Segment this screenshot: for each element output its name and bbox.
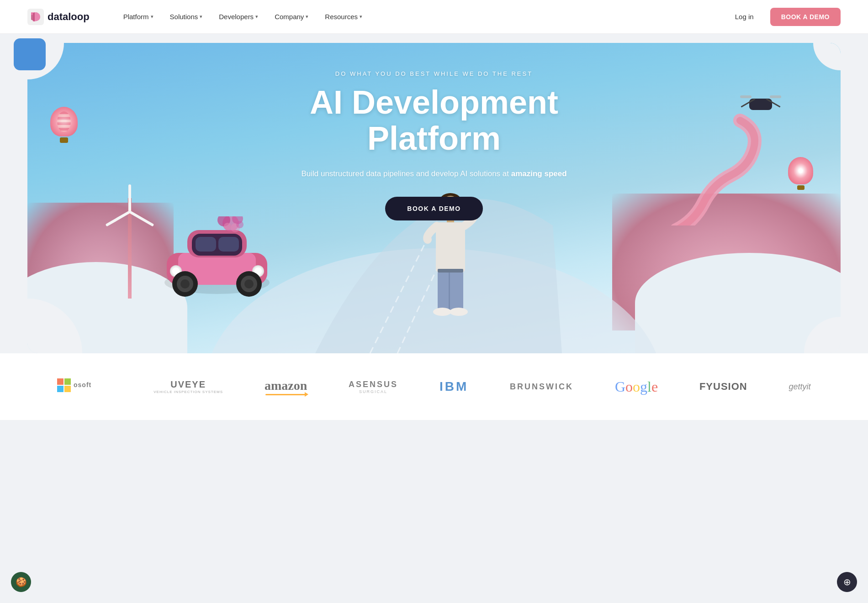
- svg-point-16: [180, 279, 190, 288]
- nav-label-company: Company: [275, 13, 304, 21]
- nav-links: Platform ▾ Solutions ▾ Developers ▾ Comp…: [117, 9, 728, 24]
- nav-item-resources[interactable]: Resources ▾: [318, 9, 369, 24]
- balloon-body-right: [788, 157, 813, 184]
- svg-rect-37: [57, 386, 64, 392]
- svg-point-32: [433, 308, 451, 316]
- nav-actions: Log in BOOK A DEMO: [728, 8, 841, 26]
- svg-text:osoft: osoft: [74, 381, 91, 388]
- accessibility-button[interactable]: ⊕: [837, 572, 857, 592]
- chevron-down-icon: ▾: [360, 14, 362, 20]
- hero-cta-button[interactable]: BOOK A DEMO: [385, 197, 482, 220]
- svg-rect-31: [449, 271, 450, 312]
- turbine-blade: [128, 184, 131, 212]
- turbine-blade: [129, 210, 154, 226]
- svg-point-19: [244, 279, 254, 288]
- hero-subtitle: DO WHAT YOU DO BEST WHILE WE DO THE REST: [251, 70, 617, 77]
- chevron-down-icon: ▾: [200, 14, 202, 20]
- wind-turbine: [128, 198, 132, 299]
- brand-brunswick: BRUNSWICK: [510, 382, 573, 392]
- nav-item-solutions[interactable]: Solutions ▾: [164, 9, 209, 24]
- balloon-right: [788, 157, 813, 191]
- balloon-body-left: [50, 107, 78, 136]
- turbine-blade: [106, 210, 131, 226]
- balloon-left: [50, 107, 78, 143]
- hero-desc-bold: amazing speed: [511, 169, 567, 178]
- svg-rect-34: [438, 269, 463, 273]
- chevron-down-icon: ▾: [255, 14, 258, 20]
- turbine-blades: [107, 184, 153, 230]
- brand-label-gettyimages: gettyit: [789, 382, 811, 392]
- chevron-down-icon: ▾: [151, 14, 153, 20]
- car-svg: [160, 216, 274, 299]
- brand-uveye: UVEYE VEHICLE INSPECTION SYSTEMS: [153, 379, 223, 394]
- brand-asensus: ASENSUS SURGICAL: [349, 380, 398, 394]
- balloon-stripes: [57, 111, 71, 132]
- brand-label-brunswick: BRUNSWICK: [510, 382, 573, 392]
- brand-label-ibm: IBM: [439, 379, 468, 394]
- pink-car: [160, 216, 270, 294]
- nav-item-developers[interactable]: Developers ▾: [212, 9, 265, 24]
- navbar: dataloop Platform ▾ Solutions ▾ Develope…: [0, 0, 868, 34]
- chevron-down-icon: ▾: [306, 14, 308, 20]
- book-demo-button[interactable]: BOOK A DEMO: [770, 8, 841, 26]
- login-button[interactable]: Log in: [728, 9, 761, 24]
- svg-rect-35: [57, 378, 64, 385]
- svg-point-24: [224, 223, 231, 230]
- brand-subtitle-asensus: SURGICAL: [349, 389, 398, 394]
- drone-propeller-tl: [740, 95, 752, 98]
- hero-section: DO WHAT YOU DO BEST WHILE WE DO THE REST…: [0, 34, 868, 353]
- logo-text: dataloop: [48, 11, 90, 23]
- brand-microsoft: osoft: [57, 376, 112, 397]
- brand-label-uveye: UVEYE: [153, 379, 223, 390]
- brand-label-asensus: ASENSUS: [349, 380, 398, 389]
- brand-ibm: IBM: [439, 379, 468, 394]
- drone-propeller-tr: [770, 95, 781, 98]
- blue-square-decoration: [14, 38, 46, 70]
- brands-section: osoft UVEYE VEHICLE INSPECTION SYSTEMS a…: [0, 353, 868, 420]
- hero-desc-plain: Build unstructured data pipelines and de…: [301, 169, 511, 178]
- balloon-basket-right: [797, 185, 804, 190]
- svg-point-25: [236, 221, 243, 228]
- nav-item-platform[interactable]: Platform ▾: [117, 9, 160, 24]
- accessibility-icon: ⊕: [843, 577, 851, 587]
- svg-rect-29: [436, 222, 465, 273]
- hero-container: DO WHAT YOU DO BEST WHILE WE DO THE REST…: [27, 43, 841, 353]
- brand-label-fyusion: FYUSION: [699, 381, 747, 393]
- brand-google: Google: [615, 378, 658, 395]
- brand-fyusion: FYUSION: [699, 381, 747, 393]
- brand-label-google: Google: [615, 378, 658, 395]
- microsoft-logo-svg: osoft: [57, 376, 112, 394]
- logo-icon: [27, 9, 44, 25]
- brand-label-amazon: amazon: [265, 378, 307, 393]
- svg-rect-38: [64, 386, 71, 392]
- cookie-button[interactable]: 🍪: [11, 572, 31, 592]
- svg-rect-30: [438, 271, 463, 312]
- svg-rect-36: [64, 378, 71, 385]
- brand-subtitle-uveye: VEHICLE INSPECTION SYSTEMS: [153, 390, 223, 394]
- nav-label-developers: Developers: [219, 13, 254, 21]
- logo[interactable]: dataloop: [27, 9, 90, 25]
- svg-rect-8: [196, 237, 216, 252]
- balloon-basket-left: [60, 137, 68, 143]
- nav-label-resources: Resources: [325, 13, 358, 21]
- drone: [740, 93, 781, 116]
- svg-rect-9: [218, 237, 239, 252]
- cookie-icon: 🍪: [16, 577, 27, 587]
- brand-gettyimages: gettyit: [789, 382, 811, 392]
- svg-point-33: [450, 308, 468, 316]
- brand-label-microsoft: osoft: [57, 376, 112, 397]
- hero-description: Build unstructured data pipelines and de…: [251, 168, 617, 180]
- nav-label-platform: Platform: [123, 13, 149, 21]
- brand-amazon: amazon: [265, 378, 307, 395]
- hero-text-area: DO WHAT YOU DO BEST WHILE WE DO THE REST…: [251, 70, 617, 220]
- svg-rect-1: [31, 12, 33, 15]
- nav-label-solutions: Solutions: [170, 13, 198, 21]
- hero-title: AI Development Platform: [251, 84, 617, 157]
- nav-item-company[interactable]: Company ▾: [268, 9, 315, 24]
